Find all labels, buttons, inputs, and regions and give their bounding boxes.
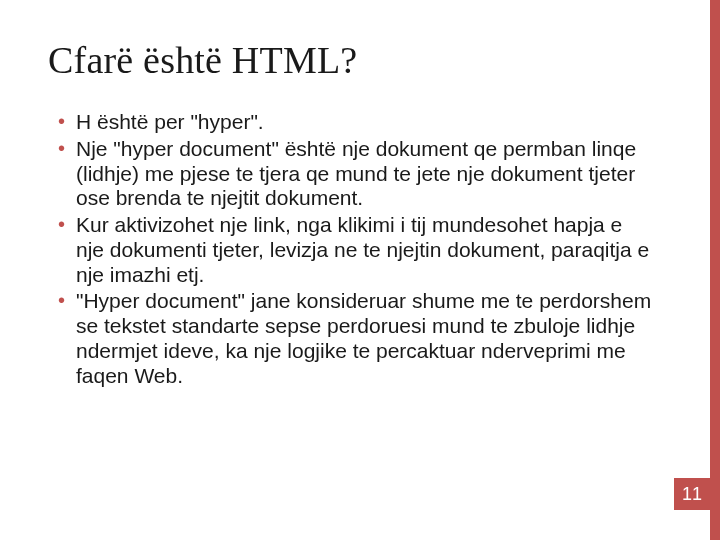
slide: Cfarë është HTML? H është per "hyper". N…: [0, 0, 720, 540]
slide-title: Cfarë është HTML?: [48, 38, 672, 82]
list-item: H është per "hyper".: [56, 110, 652, 135]
list-item: Kur aktivizohet nje link, nga klikimi i …: [56, 213, 652, 287]
slide-content: H është per "hyper". Nje "hyper document…: [48, 110, 672, 388]
bullet-list: H është per "hyper". Nje "hyper document…: [56, 110, 652, 388]
accent-bar: [710, 0, 720, 540]
page-number-badge: 11: [674, 478, 710, 510]
list-item: "Hyper document" jane konsideruar shume …: [56, 289, 652, 388]
list-item: Nje "hyper document" është nje dokument …: [56, 137, 652, 211]
